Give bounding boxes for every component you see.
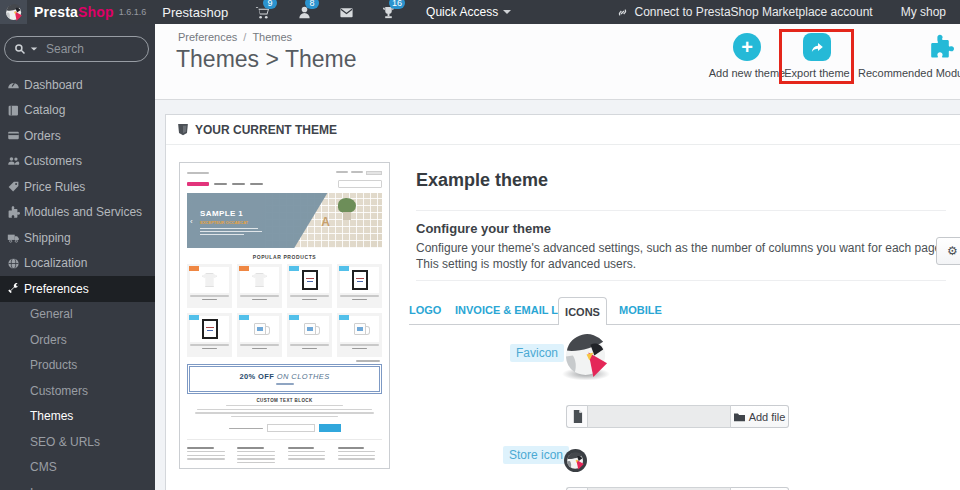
- puzzle-icon: [927, 33, 955, 61]
- preview-product-card: [237, 313, 282, 357]
- export-theme-button[interactable]: Export theme: [772, 33, 862, 79]
- preview-product-card: [287, 313, 332, 357]
- preview-product-card: [237, 264, 282, 308]
- sidebar-item-label: Customers: [24, 154, 82, 168]
- preview-product-badge: [239, 315, 249, 320]
- sidebar-subitem-themes[interactable]: Themes: [0, 404, 155, 430]
- sidebar-item-shipping[interactable]: Shipping: [0, 225, 155, 251]
- catalog-icon: [7, 104, 20, 117]
- cart-badge: 9: [263, 0, 277, 9]
- breadcrumb-page[interactable]: Themes: [252, 31, 292, 43]
- shop-name-link[interactable]: Prestashop: [162, 5, 228, 20]
- preview-product-card: [337, 313, 382, 357]
- sidebar-item-label: Modules and Services: [24, 205, 142, 219]
- sidebar-item-catalog[interactable]: Catalog: [0, 98, 155, 124]
- truck-icon: [7, 231, 20, 244]
- sidebar-item-label: Catalog: [24, 103, 65, 117]
- marketplace-link-label: Connect to PrestaShop Marketplace accoun…: [635, 5, 873, 19]
- breadcrumb-section[interactable]: Preferences: [178, 31, 237, 43]
- export-theme-label: Export theme: [772, 67, 862, 79]
- sidebar-subitem-label: General: [30, 307, 73, 321]
- page-title: Themes > Theme: [176, 46, 356, 73]
- preview-custom-text-block: CUSTOM TEXT BLOCK: [187, 398, 382, 418]
- tab-mobile[interactable]: MOBILE: [619, 304, 662, 316]
- topbar: PrestaShop 1.6.1.6 Prestashop 9 8 16 Qui…: [0, 0, 960, 24]
- sidebar-subitem-seo-urls[interactable]: SEO & URLs: [0, 429, 155, 455]
- configure-theme-title: Configure your theme: [416, 221, 551, 236]
- messages-button[interactable]: [338, 4, 354, 20]
- sidebar-item-preferences[interactable]: Preferences: [0, 276, 155, 302]
- brand-wordmark: PrestaShop: [34, 4, 114, 20]
- customers-notifications-button[interactable]: 8: [296, 4, 312, 20]
- preview-popular-heading: POPULAR PRODUCTS: [187, 254, 382, 260]
- breadcrumb: Preferences/Themes: [178, 31, 292, 43]
- envelope-icon: [339, 5, 354, 20]
- preview-product-grid: [187, 264, 382, 357]
- sidebar-item-price-rules[interactable]: Price Rules: [0, 174, 155, 200]
- divider: [416, 210, 946, 211]
- sidebar-item-dashboard[interactable]: Dashboard: [0, 72, 155, 98]
- advanced-settings-button[interactable]: ⚙ A: [936, 237, 960, 265]
- sidebar-item-customers[interactable]: Customers: [0, 149, 155, 175]
- preview-newsletter: [187, 422, 382, 434]
- favicon-label: Favicon: [510, 344, 564, 362]
- cart-notifications-button[interactable]: 9: [254, 4, 270, 20]
- sidebar-subitem-label: CMS: [30, 460, 57, 474]
- sidebar-subitem-label: Customers: [30, 384, 88, 398]
- sidebar-subitem-images[interactable]: Images: [0, 480, 155, 490]
- content-area: YOUR CURRENT THEME A ‹ SAMPLE 1 EXCEPTEU…: [155, 100, 960, 490]
- globe-icon: [7, 257, 20, 270]
- gear-icon: ⚙: [947, 244, 958, 258]
- brand-presta: Presta: [34, 4, 78, 20]
- achievements-button[interactable]: 16: [380, 4, 396, 20]
- sidebar-subitem-general[interactable]: General: [0, 302, 155, 328]
- sidebar-subitem-cms[interactable]: CMS: [0, 455, 155, 481]
- preview-custom-title: CUSTOM TEXT BLOCK: [187, 398, 382, 403]
- add-file-button[interactable]: Add file: [731, 405, 789, 428]
- sidebar-subitem-orders[interactable]: Orders: [0, 327, 155, 353]
- page-header: Preferences/Themes Themes > Theme + Add …: [155, 24, 960, 100]
- theme-preview-image: A ‹ SAMPLE 1 EXCEPTEUR OCCAECAT POPULAR …: [179, 162, 390, 469]
- sidebar-subitem-label: Themes: [30, 409, 73, 423]
- sidebar-item-modules[interactable]: Modules and Services: [0, 200, 155, 226]
- preview-footer: [187, 439, 382, 469]
- sidebar-item-label: Preferences: [24, 282, 89, 296]
- folder-icon: [734, 412, 745, 422]
- version-label: 1.6.1.6: [119, 7, 147, 17]
- quick-access-dropdown[interactable]: Quick Access: [426, 5, 511, 19]
- sidebar-search[interactable]: [4, 36, 149, 62]
- preview-promo-light: ON CLOTHES: [277, 372, 330, 381]
- preview-hero-subtitle: EXCEPTEUR OCCAECAT: [200, 220, 248, 225]
- sidebar-item-localization[interactable]: Localization: [0, 251, 155, 277]
- tab-logo[interactable]: LOGO: [409, 304, 441, 316]
- preview-product-badge: [239, 266, 249, 271]
- store-icon-preview-image: [564, 449, 587, 472]
- sidebar-item-label: Price Rules: [24, 180, 85, 194]
- sidebar-item-label: Dashboard: [24, 78, 83, 92]
- search-input[interactable]: [46, 42, 139, 56]
- prestashop-admin: PrestaShop 1.6.1.6 Prestashop 9 8 16 Qui…: [0, 0, 960, 490]
- configure-theme-description-line1: Configure your theme's advanced settings…: [416, 241, 945, 255]
- divider: [416, 280, 946, 281]
- current-theme-panel: YOUR CURRENT THEME A ‹ SAMPLE 1 EXCEPTEU…: [165, 114, 960, 490]
- sidebar-subitem-label: Images: [30, 486, 69, 490]
- customers-badge: 8: [305, 0, 319, 9]
- recommended-modules-button[interactable]: Recommended Modules: [855, 33, 960, 79]
- sidebar-subitem-customers[interactable]: Customers: [0, 378, 155, 404]
- configure-theme-description-line2: This setting is mostly for advanced user…: [416, 257, 636, 271]
- preview-product-card: [287, 264, 332, 308]
- my-shop-link[interactable]: My shop: [901, 5, 946, 19]
- recommended-modules-label: Recommended Modules: [858, 67, 960, 79]
- add-file-label: Add file: [749, 411, 786, 423]
- preview-product-badge: [289, 266, 299, 271]
- prestashop-logo[interactable]: [0, 0, 27, 24]
- favicon-preview-image: [563, 331, 610, 378]
- preview-promo-banner: 20% OFF ON CLOTHES: [187, 364, 382, 394]
- marketplace-connect-link[interactable]: Connect to PrestaShop Marketplace accoun…: [616, 5, 873, 19]
- favicon-file-input[interactable]: [587, 405, 731, 428]
- chevron-down-icon: [503, 10, 511, 14]
- preview-promo-bold: 20% OFF: [239, 372, 274, 381]
- sidebar-item-orders[interactable]: Orders: [0, 123, 155, 149]
- sidebar-subitem-products[interactable]: Products: [0, 353, 155, 379]
- tab-icons[interactable]: ICONS: [558, 297, 607, 325]
